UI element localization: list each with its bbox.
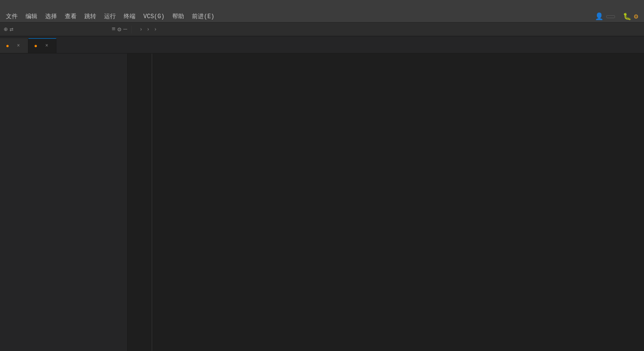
menu-run[interactable]: 运行: [100, 11, 120, 23]
menu-bar: 文件 编辑 选择 查看 跳转 运行 终端 VCS(G) 帮助 前进(E) 👤 🐛…: [0, 11, 644, 23]
tab-fi-local[interactable]: ● ×: [0, 38, 28, 53]
sidebar-header-icon-refresh[interactable]: ⇄: [10, 26, 14, 33]
main-layout: [0, 54, 644, 351]
line-numbers: [128, 54, 152, 351]
breadcrumb-bar: ⊕ ⇄ ≡ ⚙ — › › ›: [0, 23, 644, 36]
sidebar-header-icon-collapse[interactable]: ≡: [112, 26, 116, 33]
tab-bar: ● × ● ×: [0, 36, 644, 54]
tab-fi-remote[interactable]: ● ×: [28, 38, 57, 53]
code-area[interactable]: [152, 54, 644, 351]
menu-vcs[interactable]: VCS(G): [139, 11, 168, 23]
menu-help[interactable]: 帮助: [168, 11, 188, 23]
tab-fi-local-close[interactable]: ×: [15, 43, 22, 50]
settings-icon[interactable]: ⚙: [634, 12, 638, 21]
sidebar-header-icon-new[interactable]: ⊕: [4, 26, 8, 33]
tab-fi-remote-close[interactable]: ×: [43, 43, 50, 50]
menu-select[interactable]: 选择: [41, 11, 61, 23]
tab-fi-local-icon: ●: [6, 43, 9, 49]
debug-icon[interactable]: 🐛: [623, 12, 631, 21]
sidebar: [0, 54, 128, 351]
account-icon[interactable]: 👤: [595, 12, 603, 21]
menu-terminal[interactable]: 终端: [120, 11, 139, 23]
menu-view[interactable]: 查看: [61, 11, 80, 23]
breadcrumb-sep-1: ›: [139, 27, 143, 32]
editor-content[interactable]: [128, 54, 644, 351]
menu-file[interactable]: 文件: [2, 11, 22, 23]
menu-edit[interactable]: 编辑: [22, 11, 41, 23]
menu-forward[interactable]: 前进(E): [188, 11, 218, 23]
menu-goto[interactable]: 跳转: [80, 11, 100, 23]
sidebar-header-icon-more[interactable]: —: [123, 26, 127, 33]
sidebar-header-icon-settings[interactable]: ⚙: [117, 26, 121, 33]
title-bar: [0, 0, 644, 11]
tab-fi-remote-icon: ●: [34, 43, 38, 49]
breadcrumb-sep-3: ›: [154, 27, 157, 32]
editor[interactable]: [128, 54, 644, 351]
breadcrumb-sep-2: ›: [147, 27, 150, 32]
current-file-btn[interactable]: [606, 15, 615, 18]
